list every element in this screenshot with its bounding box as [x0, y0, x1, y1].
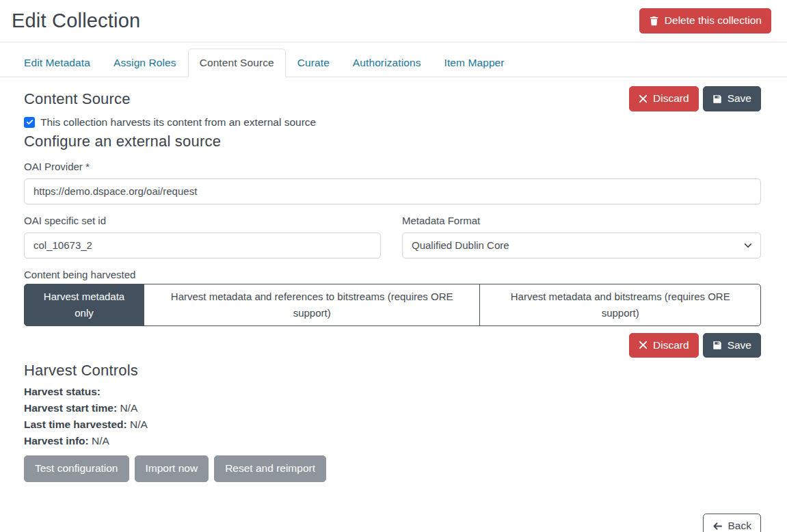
configure-external-source-heading: Configure an external source	[24, 133, 761, 150]
last-time-harvested-label: Last time harvested:	[24, 418, 127, 430]
harvest-external-checkbox-label[interactable]: This collection harvests its content fro…	[40, 116, 316, 129]
tab-edit-metadata[interactable]: Edit Metadata	[12, 49, 102, 77]
tab-item-mapper[interactable]: Item Mapper	[432, 49, 516, 77]
metadata-format-selected-value: Qualified Dublin Core	[402, 232, 761, 258]
harvest-start-time-row: Harvest start time: N/A	[24, 400, 761, 416]
content-source-heading: Content Source	[24, 90, 131, 108]
harvest-controls-heading: Harvest Controls	[24, 362, 761, 380]
trash-icon	[649, 16, 659, 26]
tab-bar: Edit Metadata Assign Roles Content Sourc…	[0, 42, 787, 77]
floppy-disk-icon	[712, 94, 722, 104]
oai-set-id-input[interactable]	[24, 232, 381, 258]
discard-button-bottom[interactable]: Discard	[629, 333, 699, 358]
back-button[interactable]: Back	[703, 514, 761, 532]
harvest-external-checkbox[interactable]	[24, 117, 35, 128]
metadata-format-label: Metadata Format	[402, 215, 761, 226]
save-button-top[interactable]: Save	[703, 86, 761, 111]
test-configuration-button[interactable]: Test configuration	[24, 455, 129, 482]
page-title: Edit Collection	[12, 10, 140, 32]
import-now-button[interactable]: Import now	[135, 455, 209, 482]
oai-provider-input[interactable]	[24, 178, 761, 204]
harvest-info-label: Harvest info:	[24, 435, 89, 447]
last-time-harvested-value: N/A	[130, 418, 148, 430]
harvest-info-row: Harvest info: N/A	[24, 433, 761, 449]
harvest-info-value: N/A	[92, 435, 109, 447]
save-label: Save	[728, 92, 751, 105]
harvest-metadata-only-button[interactable]: Harvest metadata only	[24, 284, 144, 326]
discard-button-top[interactable]: Discard	[629, 86, 699, 111]
reset-and-reimport-button[interactable]: Reset and reimport	[214, 455, 326, 482]
oai-set-id-label: OAI specific set id	[24, 215, 381, 226]
delete-collection-label: Delete this collection	[665, 14, 762, 27]
save-button-bottom[interactable]: Save	[703, 333, 761, 358]
discard-label: Discard	[653, 339, 689, 352]
x-icon	[639, 341, 648, 349]
tab-curate[interactable]: Curate	[286, 49, 341, 77]
harvest-metadata-bitstreams-button[interactable]: Harvest metadata and bitstreams (require…	[479, 284, 761, 326]
page-header: Edit Collection Delete this collection	[0, 0, 787, 42]
floppy-disk-icon	[712, 341, 722, 350]
tab-assign-roles[interactable]: Assign Roles	[102, 49, 188, 77]
last-time-harvested-row: Last time harvested: N/A	[24, 416, 761, 433]
metadata-format-select[interactable]: Qualified Dublin Core	[402, 232, 761, 258]
discard-label: Discard	[653, 92, 689, 105]
tab-content-source[interactable]: Content Source	[188, 49, 286, 77]
content-harvested-button-group: Harvest metadata only Harvest metadata a…	[24, 284, 761, 326]
harvest-metadata-references-button[interactable]: Harvest metadata and references to bitst…	[144, 284, 480, 326]
harvest-start-time-value: N/A	[120, 402, 137, 414]
save-label: Save	[728, 339, 751, 352]
harvest-status-row: Harvest status:	[24, 384, 761, 400]
main-content: Content Source Discard Save This collect…	[0, 77, 787, 532]
x-icon	[639, 94, 648, 103]
checkmark-icon	[26, 118, 34, 126]
content-harvested-label: Content being harvested	[24, 269, 761, 280]
harvest-start-time-label: Harvest start time:	[24, 402, 117, 414]
back-label: Back	[728, 520, 751, 532]
tab-authorizations[interactable]: Authorizations	[341, 49, 433, 77]
arrow-left-icon	[712, 521, 723, 531]
oai-provider-label: OAI Provider *	[24, 161, 761, 172]
harvest-status-label: Harvest status:	[24, 386, 101, 397]
delete-collection-button[interactable]: Delete this collection	[639, 8, 771, 34]
